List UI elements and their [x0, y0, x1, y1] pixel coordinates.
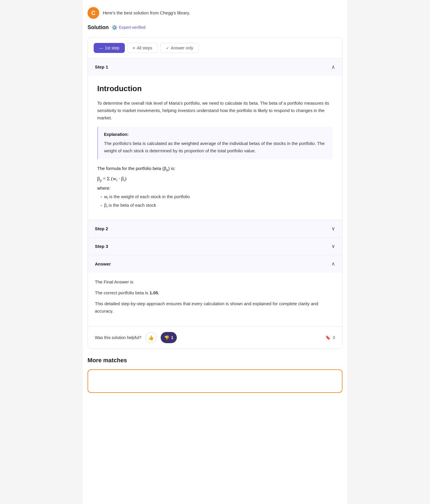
solution-card: — 1st step ≡ All steps ✓ Answer only Ste…: [88, 37, 342, 349]
step3-chevron-down: ∨: [331, 242, 335, 250]
formula-intro-text: The formula for the portfolio beta (βp) …: [97, 165, 333, 173]
more-matches-title: More matches: [88, 356, 342, 365]
solution-label-row: Solution ⚙️ Expert-verified: [88, 24, 342, 31]
bookmark-count: 0: [333, 335, 335, 340]
step2-section: Step 2 ∨: [88, 220, 342, 238]
formula-bullets: wi is the weight of each stock in the po…: [97, 193, 333, 209]
dash-icon: —: [99, 46, 103, 50]
explanation-label: Explanation:: [104, 131, 327, 138]
thumbs-down-count: 1: [171, 335, 173, 340]
thumbs-up-button[interactable]: 👍: [145, 332, 157, 343]
step1-content: Introduction To determine the overall ri…: [88, 76, 342, 220]
feedback-right: 🔖 0: [325, 335, 335, 340]
gear-icon: ⚙️: [112, 24, 117, 31]
tabs-row: — 1st step ≡ All steps ✓ Answer only: [88, 38, 342, 59]
header-row: C Here's the best solution from Chegg's …: [88, 7, 342, 19]
step1-header[interactable]: Step 1 ∧: [88, 59, 342, 76]
chegg-logo: C: [88, 7, 99, 19]
answer-line1: The Final Answer is: [95, 278, 335, 286]
explanation-box: Explanation: The portfolio's beta is cal…: [97, 127, 333, 159]
answer-section: Answer ∧ The Final Answer is The correct…: [88, 255, 342, 348]
feedback-label: Was this solution helpful?: [95, 335, 141, 341]
answer-chevron-up: ∧: [331, 260, 335, 268]
bullet-betai: βi is the beta of each stock: [101, 202, 333, 209]
step3-section: Step 3 ∨: [88, 238, 342, 255]
answer-title: Answer: [95, 261, 111, 268]
answer-content: The Final Answer is The correct portfoli…: [88, 273, 342, 326]
tab-all-steps[interactable]: ≡ All steps: [127, 43, 158, 53]
expert-text: Expert-verified: [119, 24, 145, 31]
intro-text: Here's the best solution from Chegg's li…: [103, 10, 190, 16]
bookmark-button[interactable]: 🔖 0: [325, 335, 335, 340]
intro-heading: Introduction: [97, 83, 333, 94]
step1-title: Step 1: [95, 64, 108, 71]
intro-paragraph: To determine the overall risk level of M…: [97, 100, 333, 121]
tab-first-step-label: 1st step: [105, 46, 119, 50]
tab-answer-only-label: Answer only: [171, 46, 193, 50]
thumbs-down-icon: 👎: [164, 335, 169, 340]
explanation-text: The portfolio's beta is calculated as th…: [104, 140, 327, 155]
logo-letter: C: [91, 9, 95, 17]
answer-header[interactable]: Answer ∧: [88, 255, 342, 273]
tab-first-step[interactable]: — 1st step: [94, 43, 125, 53]
answer-line3: This detailed step-by-step approach ensu…: [95, 300, 335, 315]
step1-chevron-up: ∧: [331, 63, 335, 71]
thumbs-down-button[interactable]: 👎 1: [161, 332, 177, 343]
step2-chevron-down: ∨: [331, 225, 335, 233]
more-matches-card: [88, 369, 342, 393]
expert-badge: ⚙️ Expert-verified: [112, 24, 145, 31]
thumbs-up-icon: 👍: [148, 335, 154, 341]
bullet-wi: wi is the weight of each stock in the po…: [101, 193, 333, 201]
page-wrapper: C Here's the best solution from Chegg's …: [83, 0, 347, 504]
tab-all-steps-label: All steps: [137, 46, 152, 50]
check-icon: ✓: [166, 46, 169, 50]
step1-section: Step 1 ∧ Introduction To determine the o…: [88, 59, 342, 220]
solution-label: Solution: [88, 24, 109, 31]
step2-header[interactable]: Step 2 ∨: [88, 220, 342, 237]
step3-title: Step 3: [95, 243, 108, 250]
formula-display: βp = Σ (wi · βi): [97, 175, 333, 183]
step3-header[interactable]: Step 3 ∨: [88, 238, 342, 255]
list-icon: ≡: [133, 46, 135, 50]
answer-line2: The correct portfolio beta is 1.05.: [95, 289, 335, 297]
where-label: where:: [97, 185, 333, 192]
feedback-row: Was this solution helpful? 👍 👎 1 🔖 0: [88, 326, 342, 348]
more-matches-section: More matches: [88, 356, 342, 393]
feedback-left: Was this solution helpful? 👍 👎 1: [95, 332, 177, 343]
bookmark-icon: 🔖: [325, 335, 330, 340]
step2-title: Step 2: [95, 226, 108, 232]
tab-answer-only[interactable]: ✓ Answer only: [160, 43, 199, 53]
